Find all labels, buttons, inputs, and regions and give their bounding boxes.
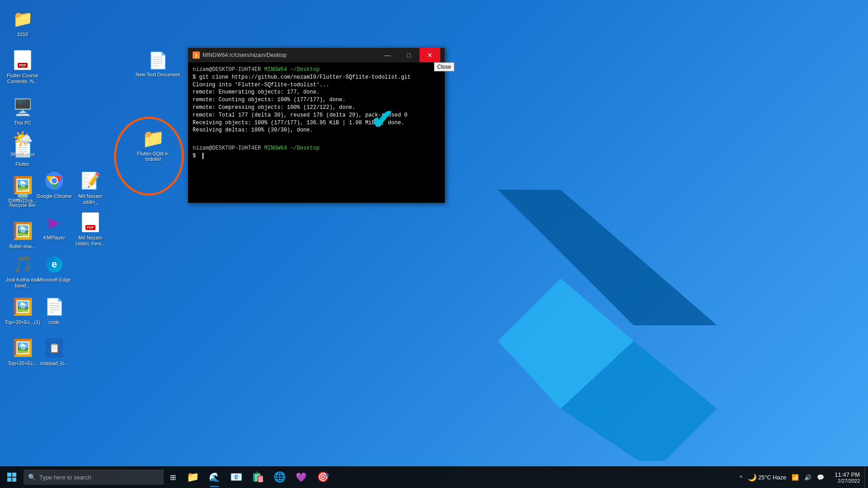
weather-desc-text: Haze xyxy=(773,474,786,481)
app1-icon: 🎯 xyxy=(317,471,329,483)
image2-icon: 🖼️ xyxy=(12,296,33,318)
icon-label-notepad: notepad_lo... xyxy=(40,361,69,366)
show-desktop-button[interactable] xyxy=(864,466,868,488)
terminal-line-9: Resolving deltas: 100% (30/30), done. xyxy=(193,127,440,134)
desktop-icon-1010[interactable]: 📁 1010 xyxy=(2,5,43,41)
vscode-icon: 💜 xyxy=(296,472,307,483)
kmplayer-icon: ▶ xyxy=(43,211,65,233)
image-icon: 🖼️ xyxy=(12,220,33,242)
chevron-icon: ^ xyxy=(740,474,742,481)
pdf-icon: PDF xyxy=(12,49,33,71)
taskbar: 🔍 Type here to search ⊞ 📁 🌊 📧 🛍️ 🌐 💜 xyxy=(0,466,868,488)
desktop-icon-md-nezam-pdf[interactable]: PDF Md Nezam Uddin, Feni... xyxy=(70,208,111,250)
volume-icon: 🔊 xyxy=(804,474,811,481)
tray-weather-info[interactable]: 🌙 25°C Haze xyxy=(745,466,788,488)
close-tooltip: Close xyxy=(434,62,454,71)
task-view-button[interactable]: ⊞ xyxy=(164,466,182,488)
terminal-blank xyxy=(193,137,440,145)
icon-label-top20-2: Top+20+Ec... xyxy=(8,361,38,366)
windows-logo-icon xyxy=(7,473,16,482)
desktop-icon-notepad[interactable]: 📋 notepad_lo... xyxy=(34,333,75,370)
search-placeholder-text: Type here to search xyxy=(39,474,91,481)
taskbar-chrome[interactable]: 🌐 xyxy=(269,466,290,488)
terminal-minimize-btn[interactable]: — xyxy=(377,48,398,62)
taskbar-file-explorer[interactable]: 📁 xyxy=(182,466,203,488)
desktop-icon-new-text-doc[interactable]: 📄 New Text Document xyxy=(133,49,182,80)
svg-text:e: e xyxy=(52,258,57,270)
icon-label-flutter: Flutter xyxy=(15,161,29,167)
temperature-text: 25°C xyxy=(758,474,771,481)
mail-icon: 📧 xyxy=(230,471,242,483)
icon-label-flutter-sqllite: Flutter-SQlit e-todolist xyxy=(135,151,171,162)
system-tray: ^ 🌙 25°C Haze 📶 🔊 💬 xyxy=(737,466,830,488)
desktop-icon-md-nezam[interactable]: 📝 Md Nezam uddin_ xyxy=(70,166,111,209)
file-explorer-icon: 📁 xyxy=(187,471,199,483)
terminal-line-5: remote: Counting objects: 100% (177/177)… xyxy=(193,96,440,104)
notepad-icon: 📋 xyxy=(43,337,65,359)
store-icon: 🛍️ xyxy=(252,471,264,483)
music-icon: 🎵 xyxy=(12,253,33,275)
word-doc-icon: 📝 xyxy=(80,170,101,192)
chrome-taskbar-icon: 🌐 xyxy=(274,471,286,483)
start-button[interactable] xyxy=(0,466,24,488)
icon-label-1010: 1010 xyxy=(17,32,28,38)
desktop-icon-flutter-sqllite[interactable]: 📁 Flutter-SQlit e-todolist xyxy=(133,126,174,164)
tray-notifications[interactable]: 💬 xyxy=(815,466,826,488)
taskbar-edge[interactable]: 🌊 xyxy=(203,466,225,488)
terminal-window[interactable]: ❯ MINGW64:/c/Users/nizam/Desktop — □ ✕ n… xyxy=(188,47,445,203)
icon-label-flutter-images: flutter-ima... xyxy=(9,244,36,249)
taskbar-app1[interactable]: 🎯 xyxy=(312,466,334,488)
weather-app-icon: 🌤️ xyxy=(12,128,33,150)
desktop-icon-f24[interactable]: 🖼️ f24fffb22ca... xyxy=(2,171,43,207)
edge-taskbar-icon: 🌊 xyxy=(209,472,220,483)
desktop-icon-code[interactable]: 📄 code xyxy=(34,292,75,329)
icon-label-new-text-doc: New Text Document xyxy=(136,72,180,77)
tray-volume[interactable]: 🔊 xyxy=(802,466,814,488)
moon-icon: 🌙 xyxy=(748,473,757,482)
terminal-maximize-btn[interactable]: □ xyxy=(398,48,419,62)
icon-label-kmplayer: KMPlayer xyxy=(43,235,65,241)
terminal-line-11: nizam@DESKTOP-IUHT4ER MINGW64 ~/Desktop xyxy=(193,145,440,152)
folder-icon: 📁 xyxy=(12,8,33,30)
chrome-icon xyxy=(43,170,65,192)
svg-point-6 xyxy=(52,178,57,183)
terminal-controls: — □ ✕ xyxy=(377,48,440,62)
terminal-close-btn[interactable]: ✕ xyxy=(420,48,440,62)
flutter-logo-decoration xyxy=(402,190,719,461)
clock-date: 2/27/2022 xyxy=(838,478,860,483)
tray-chevron[interactable]: ^ xyxy=(737,466,745,488)
icon-label-md-nezam-pdf: Md Nezam Uddin, Feni... xyxy=(72,235,108,247)
icon-label-microsoft-edge: Microsoft Edge xyxy=(38,277,71,283)
tray-network[interactable]: 📶 xyxy=(789,466,801,488)
icon-label-f24: f24fffb22ca... xyxy=(8,198,37,204)
desktop-icon-kmplayer[interactable]: ▶ KMPlayer xyxy=(34,208,75,244)
image-thumb-icon: 🖼️ xyxy=(12,174,33,196)
terminal-line-12: $ xyxy=(193,152,440,160)
taskbar-search-bar[interactable]: 🔍 Type here to search xyxy=(24,469,164,485)
terminal-line-6: remote: Compressing objects: 100% (122/1… xyxy=(193,104,440,112)
desktop-icon-flutter-course[interactable]: PDF Flutter Course Contents- N... xyxy=(2,46,43,88)
terminal-line-2: $ git clone https://github.com/nezamI0/F… xyxy=(193,74,440,81)
terminal-line-7: remote: Total 177 (delta 30), reused 176… xyxy=(193,112,440,119)
sqllite-folder-icon: 📁 xyxy=(142,128,165,149)
taskbar-store[interactable]: 🛍️ xyxy=(247,466,269,488)
terminal-line-1: nizam@DESKTOP-IUHT4ER MINGW64 ~/Desktop xyxy=(193,66,440,74)
desktop-icon-microsoft-edge[interactable]: e Microsoft Edge xyxy=(34,250,75,286)
pdf2-icon: PDF xyxy=(80,211,101,233)
taskbar-vscode[interactable]: 💜 xyxy=(290,466,312,488)
search-icon: 🔍 xyxy=(28,474,36,481)
desktop-icon-weather-ui[interactable]: 🌤️ Weather ui xyxy=(2,124,43,161)
monitor-icon: 🖥️ xyxy=(12,97,33,118)
clock-time: 11:47 PM xyxy=(835,471,860,478)
icon-label-weather-ui: Weather ui xyxy=(11,151,35,157)
icon-label-md-nezam: Md Nezam uddin_ xyxy=(72,193,108,205)
svg-marker-0 xyxy=(498,190,717,325)
icon-label-flutter-course: Flutter Course Contents- N... xyxy=(5,73,41,84)
icon-label-code: code xyxy=(49,319,60,325)
taskbar-mail[interactable]: 📧 xyxy=(225,466,247,488)
terminal-line-8: Receiving objects: 100% (177/177), 136.9… xyxy=(193,119,440,127)
taskbar-clock[interactable]: 11:47 PM 2/27/2022 xyxy=(830,466,864,488)
terminal-body: nizam@DESKTOP-IUHT4ER MINGW64 ~/Desktop … xyxy=(188,62,445,203)
terminal-line-3: Cloning into 'Flutter-SQflite-todolist'.… xyxy=(193,81,440,89)
notification-icon: 💬 xyxy=(817,474,824,481)
